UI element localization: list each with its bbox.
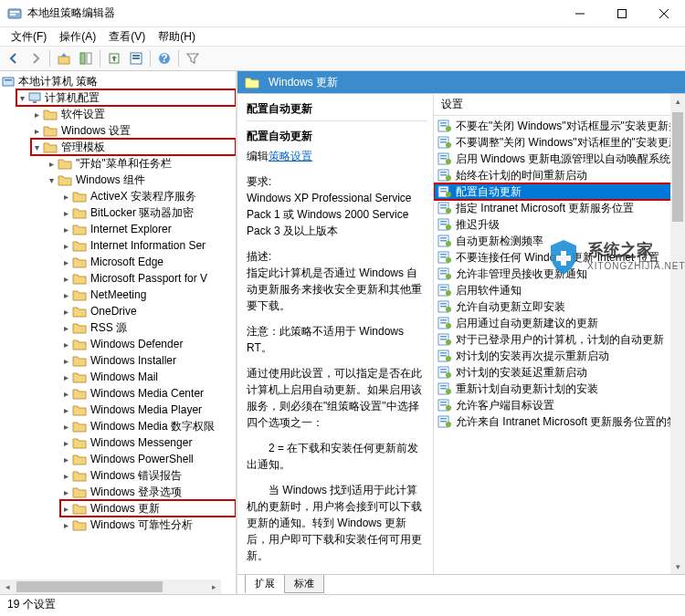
menu-view[interactable]: 查看(V) [103, 27, 151, 47]
expand-icon[interactable]: ▸ [60, 224, 71, 235]
tree-start-taskbar[interactable]: ▸"开始"菜单和任务栏 [46, 155, 236, 172]
menu-help[interactable]: 帮助(H) [153, 27, 201, 47]
setting-item[interactable]: 对于已登录用户的计算机，计划的自动更新 [434, 331, 685, 348]
tree-item[interactable]: ▸Windows Media Center [60, 385, 236, 402]
setting-item[interactable]: 启用软件通知 [434, 282, 685, 298]
expand-icon[interactable]: ▸ [60, 191, 71, 202]
menu-action[interactable]: 操作(A) [54, 27, 101, 47]
tree-item[interactable]: ▸Windows Media 数字权限 [60, 418, 236, 434]
collapse-icon[interactable]: ▾ [46, 174, 57, 185]
setting-item[interactable]: 不要调整"关闭 Windows"对话框里的"安装更新 [434, 134, 685, 151]
tree-software-settings[interactable]: ▸软件设置 [31, 106, 236, 122]
tree-item[interactable]: ▸BitLocker 驱动器加密 [60, 204, 236, 221]
tree-admin-templates[interactable]: ▾管理模板 [31, 139, 236, 155]
collapse-icon[interactable]: ▾ [16, 92, 27, 103]
setting-item[interactable]: 配置自动更新 [434, 183, 685, 200]
menu-file[interactable]: 文件(F) [5, 27, 52, 47]
tree-pane[interactable]: 本地计算机 策略 ▾ 计算机配置 ▸软件设置 ▸Windows 设置 [0, 71, 237, 594]
expand-icon[interactable]: ▸ [60, 322, 71, 333]
expand-icon[interactable]: ▸ [60, 486, 71, 497]
tree-root[interactable]: 本地计算机 策略 [2, 73, 236, 89]
expand-icon[interactable]: ▸ [46, 158, 57, 169]
expand-icon[interactable]: ▸ [60, 355, 71, 366]
setting-item[interactable]: 对计划的安装再次提示重新启动 [434, 348, 685, 364]
policy-setting-link[interactable]: 策略设置 [269, 150, 312, 162]
svg-rect-47 [440, 240, 447, 242]
list-vscrollbar[interactable]: ▴▾ [670, 94, 685, 574]
setting-item[interactable]: 允许非管理员接收更新通知 [434, 266, 685, 282]
close-button[interactable] [643, 0, 685, 27]
tree-item[interactable]: ▸Windows Media Player [60, 402, 236, 418]
expand-icon[interactable]: ▸ [60, 404, 71, 415]
expand-icon[interactable]: ▸ [60, 421, 71, 432]
maximize-button[interactable] [601, 0, 643, 27]
tree-item[interactable]: ▸Windows 更新 [60, 500, 236, 517]
setting-item[interactable]: 允许来自 Intranet Microsoft 更新服务位置的签 [434, 413, 685, 430]
tree-item[interactable]: ▸ActiveX 安装程序服务 [60, 188, 236, 204]
filter-button[interactable] [183, 48, 203, 68]
tree-item[interactable]: ▸RSS 源 [60, 319, 236, 336]
up-button[interactable] [54, 48, 74, 68]
setting-item[interactable]: 推迟升级 [434, 216, 685, 233]
tree-item[interactable]: ▸Windows PowerShell [60, 451, 236, 467]
setting-item[interactable]: 启用通过自动更新建议的更新 [434, 315, 685, 331]
tree-item[interactable]: ▸Windows 错误报告 [60, 467, 236, 484]
tree-item[interactable]: ▸Internet Information Ser [60, 237, 236, 254]
tree-windows-settings[interactable]: ▸Windows 设置 [31, 122, 236, 139]
expand-icon[interactable]: ▸ [60, 289, 71, 300]
tree-item[interactable]: ▸NetMeeting [60, 287, 236, 303]
expand-icon[interactable]: ▸ [60, 388, 71, 399]
back-button[interactable] [4, 48, 24, 68]
tree-item[interactable]: ▸Windows 可靠性分析 [60, 517, 236, 533]
tree-item[interactable]: ▸OneDrive [60, 303, 236, 319]
expand-icon[interactable]: ▸ [60, 339, 71, 350]
tab-standard[interactable]: 标准 [284, 575, 324, 593]
expand-icon[interactable]: ▸ [60, 306, 71, 317]
tree-item[interactable]: ▸Microsoft Passport for V [60, 270, 236, 287]
expand-icon[interactable]: ▸ [60, 470, 71, 481]
expand-icon[interactable]: ▸ [60, 371, 71, 382]
expand-icon[interactable]: ▸ [60, 519, 71, 530]
expand-icon[interactable]: ▸ [60, 207, 71, 218]
expand-icon[interactable]: ▸ [60, 454, 71, 465]
setting-item[interactable]: 不要连接任何 Windows 更新 Internet 位置 [434, 249, 685, 266]
setting-item[interactable]: 自动更新检测频率 [434, 233, 685, 249]
tree-item[interactable]: ▸Windows 登录选项 [60, 484, 236, 500]
tree-item[interactable]: ▸Windows Defender [60, 336, 236, 352]
setting-item[interactable]: 对计划的安装延迟重新启动 [434, 364, 685, 381]
settings-list[interactable]: 设置 不要在"关闭 Windows"对话框显示"安装更新并不要调整"关闭 Win… [434, 94, 685, 574]
refresh-button[interactable] [126, 48, 146, 68]
help-button[interactable]: ? [154, 48, 174, 68]
tree-item[interactable]: ▸Microsoft Edge [60, 254, 236, 270]
expand-icon[interactable]: ▸ [60, 437, 71, 448]
tree-hscrollbar[interactable]: ◂▸ [0, 579, 221, 594]
expand-icon[interactable]: ▸ [60, 240, 71, 251]
setting-item[interactable]: 重新计划自动更新计划的安装 [434, 381, 685, 397]
setting-item[interactable]: 始终在计划的时间重新启动 [434, 167, 685, 183]
expand-icon[interactable]: ▸ [31, 125, 42, 136]
export-button[interactable] [104, 48, 124, 68]
expand-icon[interactable]: ▸ [60, 273, 71, 284]
forward-button[interactable] [26, 48, 46, 68]
tree-item[interactable]: ▸Windows Mail [60, 369, 236, 385]
setting-item[interactable]: 指定 Intranet Microsoft 更新服务位置 [434, 200, 685, 216]
collapse-icon[interactable]: ▾ [31, 141, 42, 152]
tree-item[interactable]: ▸Internet Explorer [60, 221, 236, 237]
folder-icon [58, 157, 72, 170]
setting-item[interactable]: 允许自动更新立即安装 [434, 298, 685, 315]
setting-item[interactable]: 启用 Windows 更新电源管理以自动唤醒系统来 [434, 151, 685, 167]
expand-icon[interactable]: ▸ [31, 109, 42, 120]
minimize-button[interactable] [559, 0, 601, 27]
tree-computer-config[interactable]: ▾ 计算机配置 [16, 89, 236, 106]
svg-rect-30 [440, 172, 447, 173]
expand-icon[interactable]: ▸ [60, 503, 71, 514]
tree-windows-components[interactable]: ▾Windows 组件 [46, 172, 236, 188]
tree-item[interactable]: ▸Windows Messenger [60, 434, 236, 451]
list-column-header[interactable]: 设置 [434, 94, 685, 116]
tree-item[interactable]: ▸Windows Installer [60, 352, 236, 369]
setting-item[interactable]: 不要在"关闭 Windows"对话框显示"安装更新并 [434, 118, 685, 134]
show-hide-button[interactable] [76, 48, 96, 68]
expand-icon[interactable]: ▸ [60, 256, 71, 267]
setting-item[interactable]: 允许客户端目标设置 [434, 397, 685, 413]
tab-extended[interactable]: 扩展 [245, 575, 285, 593]
